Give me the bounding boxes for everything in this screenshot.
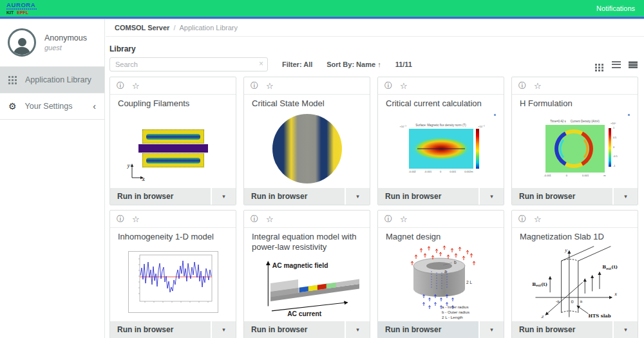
result-count: 11/11 bbox=[395, 61, 412, 68]
run-options-dropdown[interactable]: ▾ bbox=[212, 321, 236, 338]
b-ext-left-label: Bext(t) bbox=[532, 281, 547, 287]
run-options-dropdown[interactable]: ▾ bbox=[480, 321, 504, 338]
favorite-star-icon[interactable]: ☆ bbox=[400, 82, 408, 90]
run-in-browser-button[interactable]: Run in browser bbox=[110, 321, 211, 338]
user-block: Anonymous guest bbox=[0, 19, 104, 66]
aurora-logo-subtitle bbox=[6, 8, 37, 10]
grid-view-icon[interactable] bbox=[595, 64, 597, 66]
avatar-person-icon bbox=[18, 38, 26, 46]
info-icon[interactable]: ⓘ bbox=[384, 82, 392, 89]
card-title: Integral equation model with power-law r… bbox=[244, 228, 370, 253]
app-card-h-formulation: ⓘ ☆ H Formulation Time=0.42 s Current De… bbox=[511, 77, 638, 205]
info-icon[interactable]: ⓘ bbox=[518, 215, 526, 223]
run-options-dropdown[interactable]: ▾ bbox=[614, 188, 638, 205]
run-in-browser-button[interactable]: Run in browser bbox=[378, 321, 478, 338]
info-icon[interactable]: ⓘ bbox=[251, 215, 258, 223]
page-title: Library bbox=[109, 44, 644, 53]
x-axis-ticks: -0.001 0 0.001 m bbox=[544, 174, 606, 177]
kit-logo: KIT bbox=[6, 10, 14, 15]
inhomogeneity-thumbnail bbox=[110, 242, 236, 321]
svg-text:-a: -a bbox=[555, 298, 559, 303]
aurora-logo: AURORA KIT EPFL bbox=[6, 2, 37, 15]
colorbar bbox=[609, 128, 611, 167]
avatar bbox=[8, 28, 36, 57]
notifications-button[interactable]: Notifications bbox=[596, 5, 635, 12]
favorite-star-icon[interactable]: ☆ bbox=[266, 215, 274, 223]
sort-direction-icon[interactable]: ↑ bbox=[377, 61, 381, 68]
clear-search-icon[interactable]: × bbox=[259, 59, 263, 68]
magnetization-slab-thumbnail: y x z -a 0 a Bext(t) Bext(t) HTS slab bbox=[512, 242, 638, 321]
run-in-browser-button[interactable]: Run in browser bbox=[244, 188, 345, 205]
card-title: Magnet design bbox=[378, 228, 504, 242]
sidebar: Anonymous guest Application Library ⚙ Yo… bbox=[0, 19, 105, 338]
critical-current-thumbnail: Surface: Magnetic flux density norm (T) … bbox=[378, 109, 504, 188]
user-name: Anonymous bbox=[44, 33, 87, 42]
card-title: Critical current calculation bbox=[378, 95, 504, 109]
app-card-coupling-filaments: ⓘ ☆ Coupling Filaments y x bbox=[109, 77, 236, 205]
run-in-browser-button[interactable]: Run in browser bbox=[512, 321, 612, 338]
svg-text:x: x bbox=[142, 176, 145, 182]
app-card-magnetization-slab-1d: ⓘ ☆ Magnetization Slab 1D bbox=[511, 210, 638, 338]
user-role: guest bbox=[44, 44, 87, 52]
app-card-critical-state-model: ⓘ ☆ Critical State Model bbox=[243, 77, 370, 205]
app-card-magnet-design: ⓘ ☆ Magnet design bbox=[377, 210, 504, 338]
run-options-dropdown[interactable]: ▾ bbox=[346, 188, 370, 205]
svg-text:y: y bbox=[127, 163, 131, 169]
chevron-collapse-icon[interactable]: ‹ bbox=[93, 101, 96, 111]
list-view-icon[interactable] bbox=[612, 61, 621, 68]
svg-text:z: z bbox=[541, 314, 544, 319]
b-ext-right-label: Bext(t) bbox=[602, 264, 618, 270]
sidebar-item-application-library[interactable]: Application Library bbox=[0, 67, 104, 93]
apps-grid-icon bbox=[8, 76, 17, 84]
run-options-dropdown[interactable]: ▾ bbox=[346, 321, 370, 338]
magnet-design-thumbnail: b a 2 L a - Inner radius b - Outer radiu… bbox=[378, 242, 504, 321]
svg-text:y: y bbox=[564, 248, 567, 253]
svg-text:a: a bbox=[444, 269, 447, 274]
app-card-critical-current-calculation: ⓘ ☆ Critical current calculation Surface… bbox=[377, 77, 504, 205]
favorite-star-icon[interactable]: ☆ bbox=[266, 82, 274, 90]
favorite-star-icon[interactable]: ☆ bbox=[534, 82, 542, 90]
run-in-browser-button[interactable]: Run in browser bbox=[378, 188, 478, 205]
run-in-browser-button[interactable]: Run in browser bbox=[512, 188, 612, 205]
xy-axis-icon: y x bbox=[127, 161, 145, 182]
svg-text:b: b bbox=[454, 260, 457, 265]
magnet-legend-a: a - Inner radius bbox=[442, 305, 469, 309]
info-icon[interactable]: ⓘ bbox=[251, 82, 258, 89]
svg-text:x: x bbox=[614, 292, 617, 297]
filter-control[interactable]: Filter: All bbox=[282, 61, 312, 68]
info-icon[interactable]: ⓘ bbox=[117, 82, 124, 89]
table-view-icon[interactable] bbox=[629, 61, 638, 68]
info-icon[interactable]: ⓘ bbox=[117, 215, 124, 223]
favorite-star-icon[interactable]: ☆ bbox=[132, 82, 140, 90]
top-bar: AURORA KIT EPFL Notifications bbox=[0, 0, 644, 17]
svg-text:0: 0 bbox=[571, 299, 573, 304]
info-icon[interactable]: ⓘ bbox=[518, 82, 526, 89]
favorite-star-icon[interactable]: ☆ bbox=[534, 215, 542, 223]
run-in-browser-button[interactable]: Run in browser bbox=[110, 188, 211, 205]
plot-time: Time=0.42 s bbox=[550, 120, 566, 123]
epfl-logo: EPFL bbox=[17, 10, 28, 15]
run-options-dropdown[interactable]: ▾ bbox=[480, 188, 504, 205]
h-formulation-thumbnail: Time=0.42 s Current Density (A/m²) bbox=[512, 109, 638, 188]
info-icon[interactable]: ⓘ bbox=[384, 215, 392, 223]
sort-control[interactable]: Sort By: Name ↑ bbox=[327, 61, 381, 68]
search-input[interactable] bbox=[109, 57, 268, 71]
main-content: COMSOL Server / Application Library Libr… bbox=[106, 19, 644, 338]
breadcrumb-root[interactable]: COMSOL Server bbox=[115, 24, 169, 32]
breadcrumb-separator: / bbox=[173, 24, 175, 32]
run-options-dropdown[interactable]: ▾ bbox=[212, 188, 236, 205]
integral-equation-thumbnail: AC magnetic field AC current bbox=[244, 253, 370, 322]
sidebar-item-label: Your Settings bbox=[25, 102, 73, 111]
breadcrumb: COMSOL Server / Application Library bbox=[106, 19, 644, 37]
aurora-logo-title: AURORA bbox=[6, 2, 37, 8]
library-toolbar: × Filter: All Sort By: Name ↑ 11/11 bbox=[109, 57, 638, 71]
colorbar bbox=[476, 129, 479, 169]
app-card-integral-equation-model: ⓘ ☆ Integral equation model with power-l… bbox=[243, 210, 370, 338]
favorite-star-icon[interactable]: ☆ bbox=[400, 215, 408, 223]
run-in-browser-button[interactable]: Run in browser bbox=[244, 321, 345, 338]
svg-text:a: a bbox=[580, 298, 582, 303]
sidebar-item-your-settings[interactable]: ⚙ Your Settings ‹ bbox=[0, 93, 104, 120]
run-options-dropdown[interactable]: ▾ bbox=[614, 321, 638, 338]
current-label: AC current bbox=[287, 310, 322, 317]
favorite-star-icon[interactable]: ☆ bbox=[132, 215, 140, 223]
